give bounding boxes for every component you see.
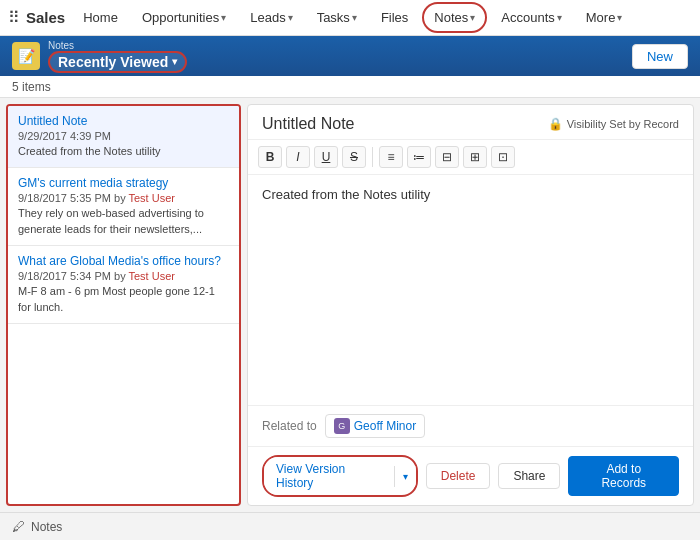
share-button[interactable]: Share: [498, 463, 560, 489]
status-bar: 🖊 Notes: [0, 512, 700, 540]
chevron-down-icon: ▾: [221, 12, 226, 23]
chevron-down-icon: ▾: [172, 56, 177, 67]
toolbar-divider: [372, 147, 373, 167]
note-author: Test User: [129, 270, 175, 282]
bold-button[interactable]: B: [258, 146, 282, 168]
list-item[interactable]: Untitled Note 9/29/2017 4:39 PM Created …: [8, 106, 239, 168]
note-preview: They rely on web-based advertising to ge…: [18, 206, 229, 237]
editor-content-area[interactable]: Created from the Notes utility: [248, 175, 693, 405]
note-meta: 9/18/2017 5:35 PM by Test User: [18, 192, 229, 204]
top-nav: ⠿ Sales Home Opportunities ▾ Leads ▾ Tas…: [0, 0, 700, 36]
chevron-down-icon: ▾: [352, 12, 357, 23]
unordered-list-button[interactable]: ≡: [379, 146, 403, 168]
underline-button[interactable]: U: [314, 146, 338, 168]
list-item[interactable]: What are Global Media's office hours? 9/…: [8, 246, 239, 324]
nav-item-files[interactable]: Files: [371, 4, 418, 31]
align-right-button[interactable]: ⊞: [463, 146, 487, 168]
lock-icon: 🔒: [548, 117, 563, 131]
nav-item-tasks[interactable]: Tasks ▾: [307, 4, 367, 31]
notes-icon: 📝: [12, 42, 40, 70]
nav-item-leads[interactable]: Leads ▾: [240, 4, 302, 31]
align-left-button[interactable]: ⊟: [435, 146, 459, 168]
user-icon: G: [334, 418, 350, 434]
view-history-label: View Version History: [264, 457, 394, 495]
ordered-list-button[interactable]: ≔: [407, 146, 431, 168]
nav-item-home[interactable]: Home: [73, 4, 128, 31]
chevron-down-icon: ▾: [617, 12, 622, 23]
list-item[interactable]: GM's current media strategy 9/18/2017 5:…: [8, 168, 239, 246]
view-history-button[interactable]: View Version History ▾: [262, 455, 418, 497]
chevron-down-icon[interactable]: ▾: [394, 466, 416, 487]
editor-content: Created from the Notes utility: [262, 187, 430, 202]
delete-button[interactable]: Delete: [426, 463, 491, 489]
visibility-label: Visibility Set by Record: [567, 118, 679, 130]
app-name: Sales: [26, 9, 65, 26]
note-header: Untitled Note 🔒 Visibility Set by Record: [248, 105, 693, 140]
note-preview: M-F 8 am - 6 pm Most people gone 12-1 fo…: [18, 284, 229, 315]
nav-item-notes[interactable]: Notes ▾: [422, 2, 487, 33]
note-title-link[interactable]: Untitled Note: [18, 114, 229, 128]
add-to-records-button[interactable]: Add to Records: [568, 456, 679, 496]
note-author: Test User: [129, 192, 175, 204]
sub-header: 📝 Notes Recently Viewed ▾ New: [0, 36, 700, 76]
italic-button[interactable]: I: [286, 146, 310, 168]
note-meta: 9/18/2017 5:34 PM by Test User: [18, 270, 229, 282]
note-editor: Untitled Note 🔒 Visibility Set by Record…: [247, 104, 694, 506]
new-button[interactable]: New: [632, 44, 688, 69]
strikethrough-button[interactable]: S: [342, 146, 366, 168]
breadcrumb-dropdown[interactable]: Recently Viewed ▾: [48, 51, 187, 73]
note-title-link[interactable]: GM's current media strategy: [18, 176, 229, 190]
notes-status-icon: 🖊: [12, 519, 25, 534]
related-user-button[interactable]: G Geoff Minor: [325, 414, 425, 438]
nav-item-accounts[interactable]: Accounts ▾: [491, 4, 571, 31]
image-button[interactable]: ⊡: [491, 146, 515, 168]
main-area: Untitled Note 9/29/2017 4:39 PM Created …: [0, 98, 700, 512]
related-user-name: Geoff Minor: [354, 419, 416, 433]
items-count: 5 items: [0, 76, 700, 98]
breadcrumb: 📝 Notes Recently Viewed ▾: [12, 40, 187, 73]
breadcrumb-current: Recently Viewed: [58, 54, 168, 70]
chevron-down-icon: ▾: [557, 12, 562, 23]
note-title-display: Untitled Note: [262, 115, 355, 133]
related-label: Related to: [262, 419, 317, 433]
grid-icon[interactable]: ⠿: [8, 8, 20, 27]
status-label: Notes: [31, 520, 62, 534]
notes-list: Untitled Note 9/29/2017 4:39 PM Created …: [6, 104, 241, 506]
app-icon-area: ⠿ Sales: [8, 8, 65, 27]
note-preview: Created from the Notes utility: [18, 144, 229, 159]
note-title-link[interactable]: What are Global Media's office hours?: [18, 254, 229, 268]
visibility-badge: 🔒 Visibility Set by Record: [548, 117, 679, 131]
chevron-down-icon: ▾: [470, 12, 475, 23]
editor-toolbar: B I U S ≡ ≔ ⊟ ⊞ ⊡: [248, 140, 693, 175]
nav-item-more[interactable]: More ▾: [576, 4, 633, 31]
nav-item-opportunities[interactable]: Opportunities ▾: [132, 4, 236, 31]
related-area: Related to G Geoff Minor: [248, 405, 693, 446]
chevron-down-icon: ▾: [288, 12, 293, 23]
breadcrumb-top-label: Notes: [48, 40, 187, 51]
note-meta: 9/29/2017 4:39 PM: [18, 130, 229, 142]
footer-buttons: View Version History ▾ Delete Share Add …: [248, 446, 693, 505]
